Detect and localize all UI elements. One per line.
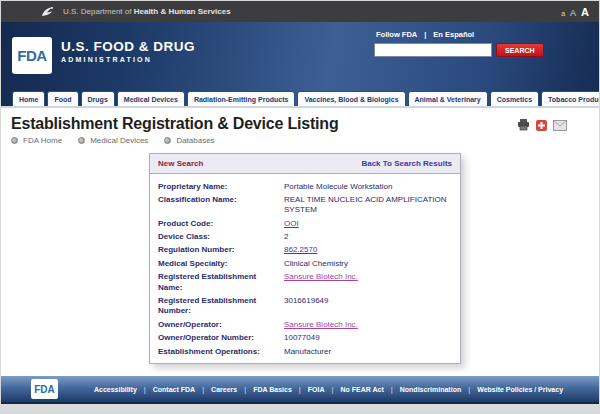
page-action-icons — [517, 115, 589, 131]
breadcrumb-bullet-icon — [164, 137, 171, 144]
breadcrumb-bullet-icon — [11, 137, 18, 144]
nav-tab-vaccines-blood-biologics[interactable]: Vaccines, Blood & Biologics — [297, 91, 405, 106]
field-label: Registered Establishment Name: — [158, 272, 284, 293]
footer-link-separator: | — [144, 386, 146, 393]
field-label: Medical Specialty: — [158, 259, 284, 269]
field-value-link[interactable]: Sansure Biotech Inc. — [284, 272, 358, 281]
header-utility-links: Follow FDA | En Español — [374, 30, 539, 39]
header-search-zone: Follow FDA | En Español SEARCH — [374, 30, 539, 57]
field-value: Sansure Biotech Inc. — [284, 272, 358, 293]
print-icon[interactable] — [517, 119, 530, 131]
fda-brand-text: U.S. FOOD & DRUG ADMINISTRATION — [61, 39, 195, 63]
nav-tab-medical-devices[interactable]: Medical Devices — [117, 91, 185, 106]
footer-link-no-fear-act[interactable]: No FEAR Act — [340, 386, 383, 393]
new-search-link[interactable]: New Search — [158, 159, 203, 168]
browser-page: U.S. Department of Health & Human Servic… — [0, 0, 600, 414]
breadcrumb-item-fda-home[interactable]: FDA Home — [23, 136, 62, 145]
share-icon[interactable] — [536, 120, 547, 131]
breadcrumb-item-databases[interactable]: Databases — [176, 136, 214, 145]
site-footer: FDA Accessibility|Contact FDA|Careers|FD… — [1, 376, 599, 404]
field-value: 10077049 — [284, 333, 320, 343]
field-value-link[interactable]: Sansure Biotech Inc. — [284, 320, 358, 329]
field-label: Owner/Operator Number: — [158, 333, 284, 343]
table-row: Registered Establishment Number:30166196… — [158, 295, 452, 319]
hhs-eagle-icon — [41, 5, 55, 18]
record-card-body: Proprietary Name:Portable Molecule Works… — [149, 174, 461, 364]
field-value: 862.2570 — [284, 245, 317, 255]
footer-link-foia[interactable]: FOIA — [308, 386, 325, 393]
search-input[interactable] — [374, 43, 492, 57]
field-label: Regulation Number: — [158, 245, 284, 255]
search-row: SEARCH — [374, 43, 539, 57]
field-value: 2 — [284, 232, 288, 242]
brand-line-1: U.S. FOOD & DRUG — [61, 39, 195, 54]
footer-link-website-policies-privacy[interactable]: Website Policies / Privacy — [477, 386, 563, 393]
font-size-medium-button[interactable]: A — [570, 8, 576, 18]
footer-link-accessibility[interactable]: Accessibility — [94, 386, 137, 393]
table-row: Regulation Number:862.2570 — [158, 244, 452, 257]
footer-link-separator: | — [202, 386, 204, 393]
nav-tab-food[interactable]: Food — [47, 91, 78, 106]
utility-divider: | — [424, 30, 426, 39]
field-value-link[interactable]: OOI — [284, 219, 299, 228]
field-label: Owner/Operator: — [158, 320, 284, 330]
nav-tab-home[interactable]: Home — [12, 91, 45, 106]
primary-nav-tabs: HomeFoodDrugsMedical DevicesRadiation-Em… — [12, 91, 600, 106]
footer-link-separator: | — [332, 386, 334, 393]
footer-link-separator: | — [468, 386, 470, 393]
footer-link-careers[interactable]: Careers — [211, 386, 237, 393]
table-row: Owner/Operator:Sansure Biotech Inc. — [158, 318, 452, 331]
breadcrumb-item-medical-devices[interactable]: Medical Devices — [90, 136, 148, 145]
back-to-search-results-link[interactable]: Back To Search Results — [361, 159, 452, 168]
hhs-top-bar: U.S. Department of Health & Human Servic… — [1, 1, 599, 22]
field-value: 3016619649 — [284, 296, 329, 317]
search-button[interactable]: SEARCH — [496, 43, 544, 57]
font-size-large-button[interactable]: A — [581, 6, 589, 18]
page-title: Establishment Registration & Device List… — [11, 115, 338, 133]
breadcrumb: FDA HomeMedical DevicesDatabases — [11, 136, 589, 145]
fda-header-band: FDA U.S. FOOD & DRUG ADMINISTRATION Foll… — [1, 22, 599, 106]
field-label: Device Class: — [158, 232, 284, 242]
follow-fda-link[interactable]: Follow FDA — [376, 30, 417, 39]
footer-link-separator: | — [391, 386, 393, 393]
field-value-link[interactable]: 862.2570 — [284, 245, 317, 254]
en-espanol-link[interactable]: En Español — [433, 30, 474, 39]
nav-tab-tobacco-products[interactable]: Tobacco Products — [541, 91, 600, 106]
table-row: Medical Specialty:Clinical Chemistry — [158, 257, 452, 270]
email-icon[interactable] — [553, 120, 567, 131]
bottom-gray-strip — [1, 404, 599, 414]
title-row: Establishment Registration & Device List… — [11, 115, 589, 133]
footer-links: Accessibility|Contact FDA|Careers|FDA Ba… — [58, 386, 599, 393]
hhs-department-label[interactable]: U.S. Department of Health & Human Servic… — [63, 7, 231, 16]
footer-link-contact-fda[interactable]: Contact FDA — [153, 386, 195, 393]
field-label: Classification Name: — [158, 195, 284, 216]
field-value: OOI — [284, 219, 299, 229]
field-value: REAL TIME NUCLEIC ACID AMPLIFICATION SYS… — [284, 195, 452, 216]
footer-link-nondiscrimination[interactable]: Nondiscrimination — [400, 386, 461, 393]
brand-line-2: ADMINISTRATION — [61, 56, 195, 63]
table-row: Classification Name:REAL TIME NUCLEIC AC… — [158, 193, 452, 217]
footer-link-fda-basics[interactable]: FDA Basics — [253, 386, 292, 393]
fda-logo[interactable]: FDA — [12, 37, 52, 74]
field-label: Registered Establishment Number: — [158, 296, 284, 317]
main-content: Establishment Registration & Device List… — [1, 106, 599, 376]
nav-tab-animal-veterinary[interactable]: Animal & Veterinary — [408, 91, 488, 106]
footer-fda-logo[interactable]: FDA — [31, 379, 58, 399]
nav-tab-cosmetics[interactable]: Cosmetics — [490, 91, 539, 106]
field-value: Sansure Biotech Inc. — [284, 320, 358, 330]
field-value: Portable Molecule Workstation — [284, 182, 392, 192]
table-row: Owner/Operator Number:10077049 — [158, 332, 452, 345]
table-row: Product Code:OOI — [158, 217, 452, 230]
field-label: Proprietary Name: — [158, 182, 284, 192]
field-value: Clinical Chemistry — [284, 259, 348, 269]
nav-tab-radiation-emitting-products[interactable]: Radiation-Emitting Products — [187, 91, 296, 106]
font-size-small-button[interactable]: a — [561, 10, 565, 17]
table-row: Device Class:2 — [158, 231, 452, 244]
device-record-card: New Search Back To Search Results Propri… — [149, 153, 461, 364]
table-row: Proprietary Name:Portable Molecule Works… — [158, 180, 452, 193]
footer-link-separator: | — [244, 386, 246, 393]
table-row: Registered Establishment Name:Sansure Bi… — [158, 271, 452, 295]
footer-link-separator: | — [299, 386, 301, 393]
breadcrumb-bullet-icon — [78, 137, 85, 144]
nav-tab-drugs[interactable]: Drugs — [81, 91, 115, 106]
